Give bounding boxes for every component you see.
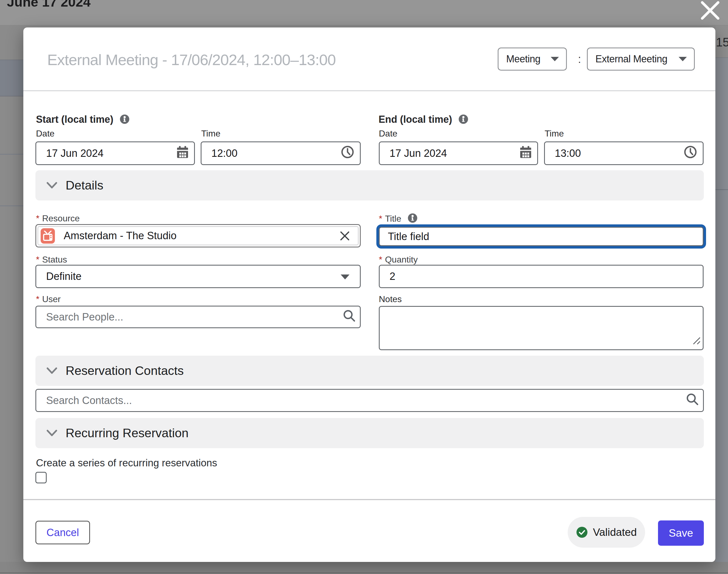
backdrop-gridline (715, 189, 728, 190)
end-time-label: Time (545, 128, 564, 139)
end-time-value[interactable] (545, 142, 703, 164)
start-date-value[interactable] (36, 142, 194, 164)
required-marker: * (379, 214, 382, 223)
backdrop-event-block (0, 59, 23, 96)
backdrop-gridline (0, 154, 23, 155)
quantity-label: *Quantity (379, 255, 418, 265)
chevron-down-icon (46, 367, 57, 374)
end-date-value[interactable] (380, 142, 537, 164)
backdrop-day-number: 15 (716, 35, 728, 49)
title-input[interactable] (379, 227, 703, 246)
close-button[interactable] (699, 0, 721, 22)
create-series-checkbox[interactable] (35, 472, 47, 483)
validated-badge: Validated (568, 517, 645, 548)
end-time-input[interactable] (544, 141, 703, 165)
end-date-input[interactable] (379, 141, 538, 165)
recurring-section-title: Recurring Reservation (66, 426, 188, 440)
chevron-down-icon (340, 274, 350, 280)
contacts-search-input[interactable] (35, 389, 704, 412)
start-date-label: Date (36, 128, 55, 139)
contacts-search-value[interactable] (36, 390, 703, 411)
reservation-dialog: Meeting : External Meeting Start (local … (23, 28, 715, 562)
quantity-value[interactable] (380, 265, 703, 287)
info-icon (408, 213, 417, 223)
clear-x-icon (339, 231, 350, 241)
chevron-down-icon (46, 182, 57, 189)
status-select[interactable]: Definite (35, 265, 361, 288)
backdrop-bottom-strip (0, 562, 728, 574)
tv-icon (43, 231, 53, 241)
chevron-down-icon (550, 56, 559, 62)
chevron-down-icon (46, 429, 57, 437)
close-icon (699, 0, 721, 22)
end-section-label: End (local time) (379, 114, 468, 126)
info-icon (120, 115, 129, 124)
required-marker: * (36, 255, 39, 264)
reservation-type-value: Meeting (506, 53, 541, 65)
footer-divider (23, 499, 715, 500)
backdrop-right-column: 15 (715, 26, 728, 562)
contacts-section-toggle[interactable]: Reservation Contacts (35, 356, 704, 386)
start-date-input[interactable] (35, 141, 195, 165)
notes-textarea[interactable] (379, 306, 703, 350)
info-icon (459, 115, 468, 124)
required-marker: * (36, 213, 39, 223)
start-time-value[interactable] (202, 142, 360, 164)
contacts-section-title: Reservation Contacts (66, 364, 184, 378)
start-section-label: Start (local time) (36, 114, 129, 126)
start-time-input[interactable] (201, 141, 361, 165)
reservation-category-select[interactable]: External Meeting (587, 47, 695, 71)
details-section-title: Details (66, 178, 103, 193)
clear-resource-button[interactable] (339, 231, 350, 241)
chevron-down-icon (678, 56, 687, 62)
notes-label: Notes (379, 294, 402, 304)
reservation-category-value: External Meeting (595, 53, 667, 65)
start-time-label: Time (201, 128, 220, 139)
user-search-value[interactable] (36, 306, 360, 327)
details-section-toggle[interactable]: Details (35, 170, 704, 201)
resize-grip-icon[interactable] (692, 336, 701, 348)
backdrop-gridline (0, 205, 23, 206)
recurring-section-toggle[interactable]: Recurring Reservation (35, 418, 704, 448)
quantity-input[interactable] (379, 265, 703, 288)
title-value[interactable] (380, 228, 703, 245)
status-value: Definite (46, 271, 82, 282)
header-divider (23, 90, 715, 91)
reservation-type-select[interactable]: Meeting (498, 47, 567, 71)
title-label: *Title (379, 213, 417, 225)
notes-value[interactable] (380, 307, 703, 350)
required-marker: * (379, 255, 382, 264)
cancel-button[interactable]: Cancel (35, 521, 90, 544)
create-series-label: Create a series of recurring reservation… (36, 457, 217, 469)
validated-label: Validated (593, 526, 637, 538)
user-search-input[interactable] (35, 306, 361, 328)
resource-tv-icon (41, 228, 55, 244)
backdrop-date-heading: June 17 2024 (7, 0, 91, 10)
type-separator: : (574, 51, 585, 67)
resource-combobox[interactable]: Amsterdam - The Studio (35, 224, 361, 247)
backdrop-header-band: June 17 2024 (0, 0, 728, 26)
check-circle-icon (576, 527, 588, 538)
resource-label: *Resource (36, 213, 80, 223)
user-label: *User (36, 294, 61, 304)
save-button[interactable]: Save (658, 521, 704, 546)
backdrop-shaded-region (715, 57, 728, 562)
end-date-label: Date (379, 128, 397, 139)
resource-value: Amsterdam - The Studio (64, 230, 176, 242)
reservation-title-input[interactable] (47, 51, 459, 69)
status-label: *Status (36, 255, 67, 265)
required-marker: * (36, 294, 39, 304)
